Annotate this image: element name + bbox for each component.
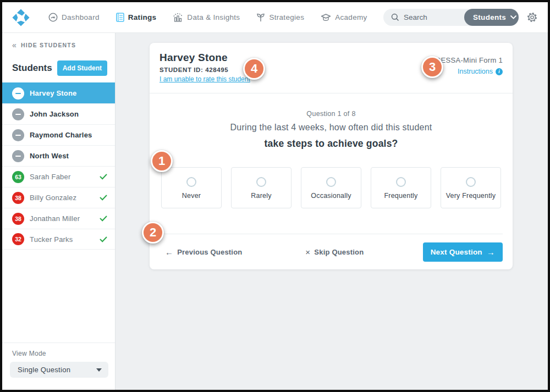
option-label: Rarely [251, 192, 271, 200]
view-mode-value: Single Question [18, 366, 70, 374]
minus-badge-icon [12, 150, 24, 162]
nav-item-data-insights[interactable]: Data & Insights [173, 13, 240, 22]
annotation-circle-3: 3 [421, 56, 443, 78]
student-name: Sarah Faber [30, 173, 70, 181]
search-input[interactable] [404, 13, 464, 21]
student-name: Harvey Stone [30, 89, 77, 97]
form-name: DESSA-Mini Form 1 [436, 56, 503, 64]
radio-icon[interactable] [186, 177, 196, 187]
check-icon [100, 195, 107, 201]
unable-to-rate-link[interactable]: I am unable to rate this student [160, 75, 250, 83]
student-row[interactable]: 63 Sarah Faber [2, 166, 115, 187]
hide-students-label: HIDE STUDENTS [21, 42, 76, 48]
student-row[interactable]: 32 Tucker Parks [2, 229, 115, 250]
students-sidebar: « HIDE STUDENTS Students Add Student Har… [2, 33, 116, 390]
app-page: Dashboard Ratings Dat [2, 2, 548, 390]
search-pill: Students [383, 9, 519, 26]
nav-item-label: Dashboard [62, 13, 100, 21]
search-scope-dropdown[interactable]: Students [464, 9, 519, 26]
form-info: DESSA-Mini Form 1 Instructions i [436, 52, 503, 93]
radio-icon[interactable] [326, 177, 336, 187]
search-area [383, 9, 464, 26]
student-name: Billy Gonzalez [30, 194, 76, 202]
card-header: Harvey Stone STUDENT ID: 428495 I am una… [150, 43, 513, 93]
add-student-button[interactable]: Add Student [57, 60, 107, 76]
student-row[interactable]: 38 Jonathan Miller [2, 208, 115, 229]
x-icon: × [305, 247, 310, 257]
student-name: Tucker Parks [30, 235, 73, 244]
option-label: Very Frequently [446, 192, 496, 200]
view-mode-section: View Mode Single Question [2, 343, 115, 383]
student-row[interactable]: North West [2, 145, 115, 166]
option-never[interactable]: Never [161, 167, 222, 208]
option-label: Occasionally [311, 192, 351, 200]
radio-icon[interactable] [256, 177, 266, 187]
gauge-icon [48, 13, 58, 22]
bar-chart-icon [173, 13, 183, 22]
option-occasionally[interactable]: Occasionally [301, 167, 361, 208]
annotation-circle-1: 1 [151, 150, 173, 172]
nav-right: Students [383, 9, 548, 26]
view-mode-select[interactable]: Single Question [10, 362, 108, 378]
question-footer: ← Previous Question × Skip Question Next… [160, 234, 503, 269]
option-very-frequently[interactable]: Very Frequently [441, 167, 501, 208]
instructions-link[interactable]: Instructions i [458, 68, 503, 75]
student-name: Raymond Charles [30, 131, 92, 139]
main-content: Harvey Stone STUDENT ID: 428495 I am una… [116, 33, 548, 390]
nav-item-dashboard[interactable]: Dashboard [48, 13, 100, 22]
check-icon [100, 236, 107, 242]
nav-items: Dashboard Ratings Dat [48, 13, 367, 22]
sidebar-title: Students [12, 63, 52, 74]
student-name-heading: Harvey Stone [160, 52, 250, 64]
student-info: Harvey Stone STUDENT ID: 428495 I am una… [160, 52, 250, 93]
check-icon [100, 174, 107, 180]
next-question-button[interactable]: Next Question → [423, 242, 503, 262]
graduation-cap-icon [321, 13, 331, 22]
student-name: North West [30, 152, 69, 160]
app-logo[interactable] [11, 8, 31, 27]
arrow-left-icon: ← [165, 247, 173, 257]
logo-diamond-icon [12, 8, 30, 27]
check-icon [100, 216, 107, 222]
sidebar-header: Students Add Student [2, 48, 115, 82]
hide-students-button[interactable]: « HIDE STUDENTS [2, 33, 115, 48]
student-row[interactable]: John Jackson [2, 103, 115, 124]
chevron-down-icon [510, 15, 516, 19]
seedling-icon [256, 13, 265, 22]
score-badge: 32 [12, 233, 24, 245]
student-name: Jonathan Miller [30, 214, 80, 223]
radio-icon[interactable] [466, 177, 476, 187]
nav-item-academy[interactable]: Academy [321, 13, 367, 22]
minus-badge-icon [12, 87, 24, 100]
student-row[interactable]: Raymond Charles [2, 124, 115, 145]
search-icon [391, 13, 399, 21]
scope-label: Students [473, 13, 506, 21]
question-prompt: During the last 4 weeks, how often did t… [150, 123, 513, 132]
nav-item-strategies[interactable]: Strategies [256, 13, 304, 22]
settings-button[interactable] [526, 12, 538, 23]
previous-question-link[interactable]: ← Previous Question [165, 247, 242, 257]
minus-badge-icon [12, 108, 24, 120]
student-name: John Jackson [30, 110, 79, 118]
nav-item-label: Data & Insights [187, 13, 240, 21]
score-badge: 63 [12, 171, 24, 183]
option-label: Never [182, 192, 201, 200]
view-mode-label: View Mode [12, 350, 108, 357]
skip-question-link[interactable]: × Skip Question [305, 247, 364, 257]
option-rarely[interactable]: Rarely [231, 167, 292, 208]
question-progress: Question 1 of 8 [150, 110, 513, 118]
student-row[interactable]: Harvey Stone [2, 82, 115, 103]
option-frequently[interactable]: Frequently [371, 167, 431, 208]
instructions-label: Instructions [458, 68, 493, 75]
next-question-label: Next Question [431, 248, 482, 256]
annotation-circle-2: 2 [142, 222, 164, 244]
nav-item-ratings[interactable]: Ratings [116, 13, 157, 22]
previous-question-label: Previous Question [177, 248, 242, 256]
skip-question-label: Skip Question [314, 248, 364, 256]
question-item-text: take steps to achieve goals? [150, 138, 513, 150]
nav-item-label: Ratings [128, 13, 157, 21]
radio-icon[interactable] [396, 177, 406, 187]
ratings-list-icon [116, 13, 124, 22]
student-row[interactable]: 38 Billy Gonzalez [2, 187, 115, 208]
student-list: Harvey Stone John Jackson Raymond Charle… [2, 82, 115, 250]
